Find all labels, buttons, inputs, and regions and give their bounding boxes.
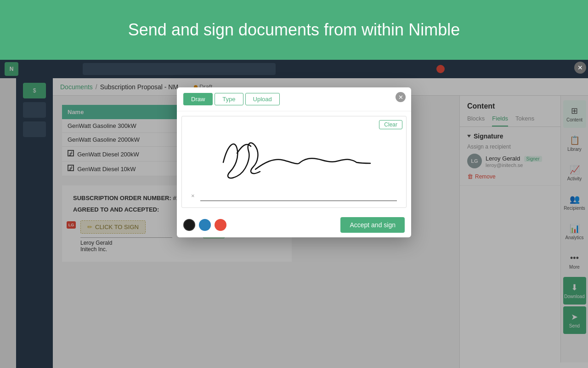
sig-x-mark: × [191, 192, 195, 199]
modal-header: Draw Type Upload ✕ [177, 87, 411, 111]
color-selector [183, 219, 226, 231]
signature-modal: Draw Type Upload ✕ Clear × [177, 87, 411, 237]
color-blue[interactable] [199, 219, 211, 231]
type-tab-button[interactable]: Type [215, 93, 243, 105]
banner-title: Send and sign documents from within Nimb… [128, 20, 460, 40]
signature-canvas[interactable]: Clear × [181, 116, 407, 208]
draw-tab-button[interactable]: Draw [183, 93, 213, 105]
upload-tab-button[interactable]: Upload [245, 93, 280, 105]
signature-drawing [209, 126, 384, 195]
color-red[interactable] [215, 219, 226, 231]
color-black[interactable] [183, 219, 195, 231]
accept-and-sign-button[interactable]: Accept and sign [340, 217, 405, 233]
modal-close-button[interactable]: ✕ [396, 92, 406, 102]
modal-overlay: Draw Type Upload ✕ Clear × [0, 60, 588, 368]
modal-footer: Accept and sign [177, 213, 411, 237]
app-area: ✕ N $ Documents / Subscription Proposal … [0, 60, 588, 368]
screen-close-button[interactable]: ✕ [574, 62, 586, 74]
sig-line [200, 201, 397, 201]
banner: Send and sign documents from within Nimb… [0, 0, 588, 60]
